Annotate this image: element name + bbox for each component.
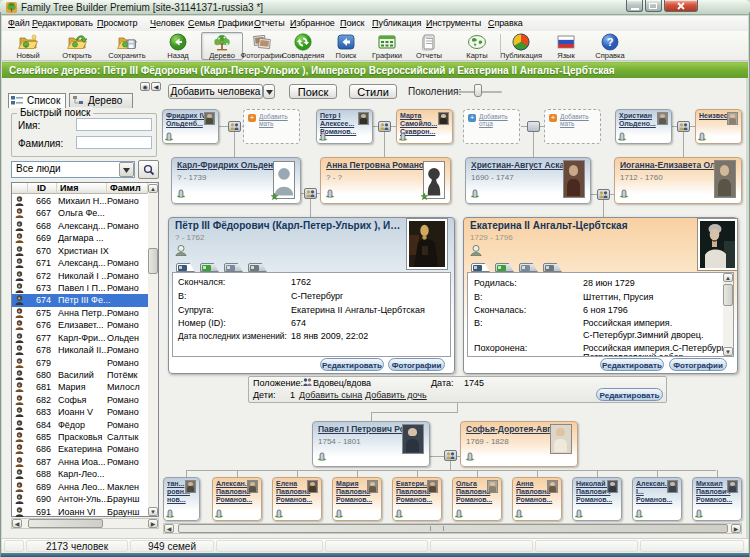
svg-text:?: ? — [607, 36, 614, 48]
